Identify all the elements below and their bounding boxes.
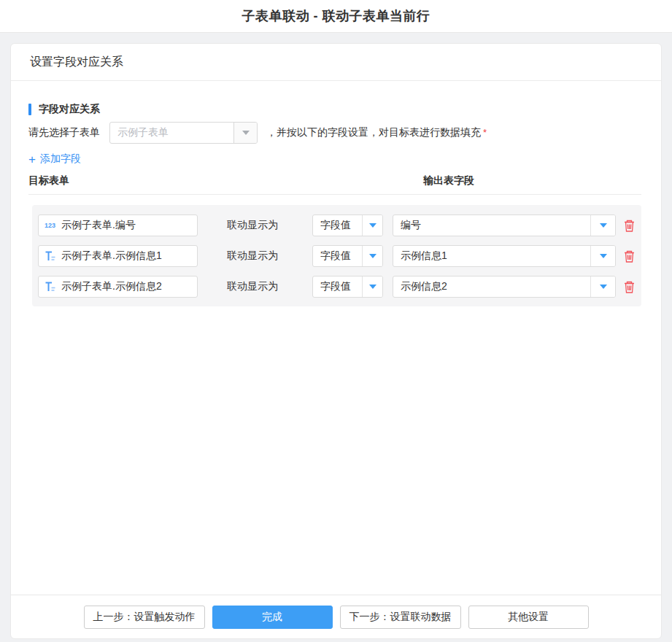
source-field-value: 示例子表单.编号 xyxy=(61,219,136,232)
field-mapping-row: 123 示例子表单.示例信息1 联动显示为 字段值 示例信息1 xyxy=(38,245,636,267)
column-headers: 目标表单 输出表字段 xyxy=(28,174,641,187)
source-field-input[interactable]: 123 示例子表单.示例信息2 xyxy=(38,276,198,298)
chevron-down-icon[interactable] xyxy=(590,215,615,236)
column-header-target: 目标表单 xyxy=(28,174,423,187)
output-field-select[interactable]: 示例信息2 xyxy=(393,276,616,298)
chevron-down-icon[interactable] xyxy=(362,215,382,236)
other-settings-button[interactable]: 其他设置 xyxy=(468,606,589,629)
field-mapping-row: 123 示例子表单.示例信息2 联动显示为 字段值 示例信息2 xyxy=(38,276,636,298)
text-field-icon xyxy=(45,282,55,292)
delete-row-button[interactable] xyxy=(622,250,636,263)
mode-select-value: 字段值 xyxy=(313,215,362,236)
panel-footer: 上一步：设置触发动作 完成 下一步：设置联动数据 其他设置 xyxy=(11,595,661,638)
mode-select-value: 字段值 xyxy=(313,246,362,266)
number-field-icon: 123 xyxy=(45,222,55,229)
add-field-label: 添加字段 xyxy=(40,152,81,166)
selector-hint-text: ，并按以下的字段设置，对目标表进行数据填充 xyxy=(266,126,481,138)
prev-step-button[interactable]: 上一步：设置触发动作 xyxy=(84,606,205,629)
relation-label: 联动显示为 xyxy=(227,219,278,232)
column-header-output: 输出表字段 xyxy=(423,174,474,187)
source-field-input[interactable]: 123 示例子表单.编号 xyxy=(38,214,198,236)
relation-label: 联动显示为 xyxy=(227,250,278,263)
text-field-icon xyxy=(45,251,55,261)
required-asterisk: * xyxy=(483,127,487,138)
page-title: 子表单联动 - 联动子表单当前行 xyxy=(242,7,430,25)
subform-selector-row: 请先选择子表单 示例子表单 ，并按以下的字段设置，对目标表进行数据填充* xyxy=(28,122,641,144)
chevron-down-icon[interactable] xyxy=(362,276,382,297)
add-field-button[interactable]: + 添加字段 xyxy=(28,152,81,166)
subform-select-value: 示例子表单 xyxy=(110,123,233,143)
panel-body: 字段对应关系 请先选择子表单 示例子表单 ，并按以下的字段设置，对目标表进行数据… xyxy=(11,81,661,595)
finish-button[interactable]: 完成 xyxy=(212,606,333,629)
section-marker-bar xyxy=(28,104,31,115)
subform-select[interactable]: 示例子表单 xyxy=(109,122,258,144)
chevron-down-icon[interactable] xyxy=(590,246,615,266)
mode-select[interactable]: 字段值 xyxy=(312,245,383,267)
delete-row-button[interactable] xyxy=(622,219,636,232)
page-header: 子表单联动 - 联动子表单当前行 xyxy=(0,0,672,33)
source-field-value: 示例子表单.示例信息1 xyxy=(61,250,162,263)
output-select-value: 编号 xyxy=(393,215,590,236)
mode-select[interactable]: 字段值 xyxy=(312,214,383,236)
chevron-down-icon[interactable] xyxy=(362,246,382,266)
mode-select-value: 字段值 xyxy=(313,276,362,297)
section-title-text: 字段对应关系 xyxy=(39,103,100,116)
selector-hint: ，并按以下的字段设置，对目标表进行数据填充* xyxy=(266,126,487,139)
field-mapping-row: 123 示例子表单.编号 联动显示为 字段值 编号 xyxy=(38,214,636,236)
chevron-down-icon[interactable] xyxy=(590,276,615,297)
subform-selector-label: 请先选择子表单 xyxy=(28,126,100,139)
section-title: 字段对应关系 xyxy=(28,103,641,116)
column-header-divider xyxy=(28,194,641,195)
mode-select[interactable]: 字段值 xyxy=(312,276,383,298)
next-step-button[interactable]: 下一步：设置联动数据 xyxy=(340,606,461,629)
output-select-value: 示例信息2 xyxy=(393,276,590,297)
output-field-select[interactable]: 示例信息1 xyxy=(393,245,616,267)
plus-icon: + xyxy=(28,153,36,166)
panel-title: 设置字段对应关系 xyxy=(30,55,123,70)
chevron-down-icon xyxy=(233,123,257,143)
source-field-input[interactable]: 123 示例子表单.示例信息1 xyxy=(38,245,198,267)
field-mapping-list: 123 示例子表单.编号 联动显示为 字段值 编号 xyxy=(32,205,641,306)
relation-label: 联动显示为 xyxy=(227,280,278,293)
panel-header: 设置字段对应关系 xyxy=(11,44,661,81)
settings-panel: 设置字段对应关系 字段对应关系 请先选择子表单 示例子表单 ，并按以下的字段设置… xyxy=(10,43,662,639)
output-select-value: 示例信息1 xyxy=(393,246,590,266)
delete-row-button[interactable] xyxy=(622,280,636,293)
source-field-value: 示例子表单.示例信息2 xyxy=(61,280,162,293)
output-field-select[interactable]: 编号 xyxy=(393,214,616,236)
